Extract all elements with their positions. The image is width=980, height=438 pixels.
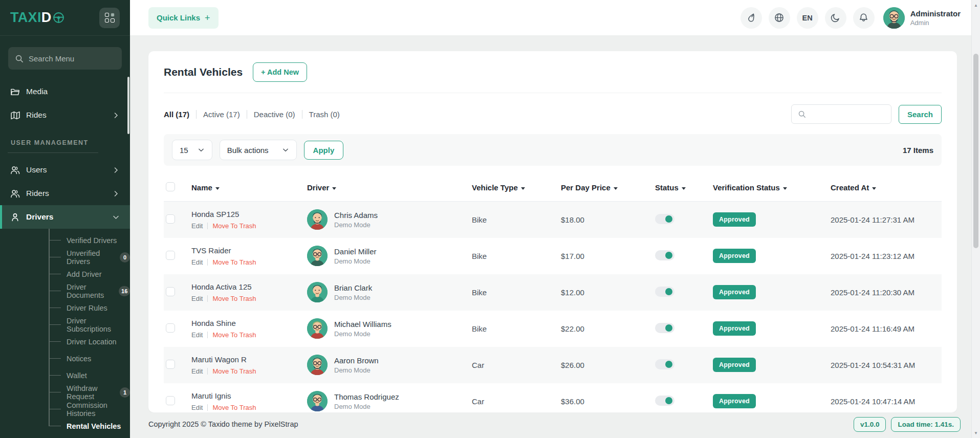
toggle-knob bbox=[665, 361, 672, 368]
edit-link[interactable]: Edit bbox=[191, 404, 203, 411]
table-search-box[interactable] bbox=[791, 104, 891, 124]
apply-button[interactable]: Apply bbox=[304, 141, 344, 160]
vehicle-name-link[interactable]: Honda Shine bbox=[191, 319, 299, 327]
theme-customizer-button[interactable] bbox=[741, 7, 762, 29]
chevron-right-icon bbox=[112, 166, 120, 174]
verification-badge: Approved bbox=[713, 358, 756, 372]
sidebar-search-input[interactable] bbox=[29, 54, 115, 63]
sidebar-search[interactable] bbox=[8, 47, 122, 70]
sidebar-scrollbar-thumb[interactable] bbox=[127, 77, 129, 134]
move-to-trash-link[interactable]: Move To Trash bbox=[212, 258, 256, 266]
column-header-status[interactable]: Status bbox=[651, 174, 709, 202]
scroll-down-arrow-icon[interactable]: ▼ bbox=[972, 429, 980, 437]
search-button[interactable]: Search bbox=[899, 105, 942, 124]
sidebar-item-drivers[interactable]: Drivers bbox=[0, 205, 130, 229]
notifications-button[interactable] bbox=[853, 7, 875, 29]
user-menu[interactable]: Administrator Admin bbox=[883, 7, 961, 29]
sidebar-item-users[interactable]: Users bbox=[0, 158, 130, 182]
edit-link[interactable]: Edit bbox=[191, 295, 203, 302]
plus-icon: + bbox=[205, 13, 210, 23]
version-badge[interactable]: v1.0.0 bbox=[854, 417, 886, 432]
column-header-driver[interactable]: Driver bbox=[303, 174, 468, 202]
edit-link[interactable]: Edit bbox=[191, 258, 203, 266]
app-logo: TAXID bbox=[10, 10, 65, 26]
vehicle-name-link[interactable]: Maruti Wagon R bbox=[191, 355, 299, 364]
status-toggle[interactable] bbox=[655, 214, 674, 224]
filter-tab[interactable]: All (17) bbox=[164, 110, 197, 119]
table-search-input[interactable] bbox=[811, 110, 885, 118]
per-day-price: $26.00 bbox=[557, 347, 651, 383]
sidebar-subitem-driver-subscriptions[interactable]: Driver Subscriptions bbox=[0, 316, 130, 333]
sidebar-subitem-driver-documents[interactable]: Driver Documents16 bbox=[0, 282, 130, 299]
sidebar-subitem-commission-histories[interactable]: Commission Histories bbox=[0, 401, 130, 418]
vehicle-name-link[interactable]: TVS Raider bbox=[191, 246, 299, 255]
column-header-verification-status[interactable]: Verification Status bbox=[709, 174, 826, 202]
sidebar-subitem-rental-vehicles[interactable]: Rental Vehicles bbox=[0, 418, 130, 434]
edit-link[interactable]: Edit bbox=[191, 331, 203, 339]
edit-link[interactable]: Edit bbox=[191, 222, 203, 230]
driver-avatar bbox=[307, 391, 328, 411]
row-checkbox[interactable] bbox=[166, 214, 175, 224]
filter-tab[interactable]: Deactive (0) bbox=[247, 110, 302, 119]
driver-avatar bbox=[307, 355, 328, 375]
status-toggle[interactable] bbox=[655, 287, 674, 297]
row-checkbox[interactable] bbox=[166, 251, 175, 260]
sidebar-item-media[interactable]: Media bbox=[0, 80, 130, 103]
per-page-select[interactable]: 15 bbox=[172, 140, 212, 160]
language-code-button[interactable]: EN bbox=[797, 7, 818, 29]
content-column: Quick Links + EN bbox=[130, 0, 980, 438]
status-toggle[interactable] bbox=[655, 323, 674, 333]
row-checkbox[interactable] bbox=[166, 323, 175, 333]
sidebar-subitem-withdraw-request[interactable]: Withdraw Request1 bbox=[0, 384, 130, 401]
status-toggle[interactable] bbox=[655, 359, 674, 369]
vehicle-name-link[interactable]: Honda SP125 bbox=[191, 210, 299, 218]
sidebar-subitem-driver-rules[interactable]: Driver Rules bbox=[0, 299, 130, 316]
status-toggle[interactable] bbox=[655, 396, 674, 406]
table-head: Name Driver Vehicle Type Per Day Price S… bbox=[164, 174, 942, 202]
move-to-trash-link[interactable]: Move To Trash bbox=[212, 222, 256, 230]
sidebar-subitem-driver-location[interactable]: Driver Location bbox=[0, 333, 130, 350]
select-all-checkbox[interactable] bbox=[166, 182, 175, 191]
quick-links-button[interactable]: Quick Links + bbox=[148, 7, 219, 29]
vehicle-name-link[interactable]: Honda Activa 125 bbox=[191, 282, 299, 291]
sidebar-subitem-add-driver[interactable]: Add Driver bbox=[0, 266, 130, 282]
bulk-actions-value: Bulk actions bbox=[227, 146, 269, 155]
sidebar-item-riders[interactable]: Riders bbox=[0, 182, 130, 205]
status-toggle[interactable] bbox=[655, 250, 674, 260]
sidebar-subitem-verified-drivers[interactable]: Verified Drivers bbox=[0, 232, 130, 249]
sidebar-subitem-notices[interactable]: Notices bbox=[0, 350, 130, 367]
edit-link[interactable]: Edit bbox=[191, 367, 203, 375]
bulk-actions-select[interactable]: Bulk actions bbox=[220, 140, 297, 160]
sidebar-subitem-unverified-drivers[interactable]: Unverified Drivers0 bbox=[0, 249, 130, 266]
language-globe-button[interactable] bbox=[769, 7, 790, 29]
subitem-label: Commission Histories bbox=[67, 401, 130, 418]
row-checkbox[interactable] bbox=[166, 360, 175, 369]
sort-caret-icon bbox=[332, 187, 336, 190]
scroll-up-arrow-icon[interactable]: ▲ bbox=[972, 1, 980, 9]
dark-mode-button[interactable] bbox=[825, 7, 846, 29]
globe-icon bbox=[774, 13, 784, 23]
add-new-button[interactable]: + Add New bbox=[253, 62, 307, 82]
move-to-trash-link[interactable]: Move To Trash bbox=[212, 331, 256, 339]
created-at: 2025-01-24 11:27:31 AM bbox=[826, 202, 942, 238]
window-scrollbar-thumb[interactable] bbox=[973, 54, 978, 248]
column-header-vehicle-type[interactable]: Vehicle Type bbox=[468, 174, 557, 202]
column-header-name[interactable]: Name bbox=[187, 174, 303, 202]
row-checkbox[interactable] bbox=[166, 287, 175, 296]
row-checkbox[interactable] bbox=[166, 396, 175, 405]
window-scrollbar[interactable]: ▲ ▼ bbox=[971, 0, 980, 438]
filter-tab[interactable]: Trash (0) bbox=[302, 110, 346, 119]
sidebar-item-rides[interactable]: Rides bbox=[0, 103, 130, 127]
sidebar-subitem-wallet[interactable]: Wallet bbox=[0, 367, 130, 384]
move-to-trash-link[interactable]: Move To Trash bbox=[212, 367, 256, 375]
table-search-group: Search bbox=[791, 104, 942, 124]
column-header-created-at[interactable]: Created At bbox=[826, 174, 942, 202]
move-to-trash-link[interactable]: Move To Trash bbox=[212, 295, 256, 302]
vehicle-name-link[interactable]: Maruti Ignis bbox=[191, 391, 299, 400]
vehicle-type: Car bbox=[468, 347, 557, 383]
filter-tab[interactable]: Active (17) bbox=[197, 110, 247, 119]
column-header-per-day-price[interactable]: Per Day Price bbox=[557, 174, 651, 202]
driver-cell: Thomas Rodriguez Demo Mode bbox=[307, 391, 464, 411]
sidebar-collapse-button[interactable] bbox=[99, 8, 120, 28]
move-to-trash-link[interactable]: Move To Trash bbox=[212, 404, 256, 411]
